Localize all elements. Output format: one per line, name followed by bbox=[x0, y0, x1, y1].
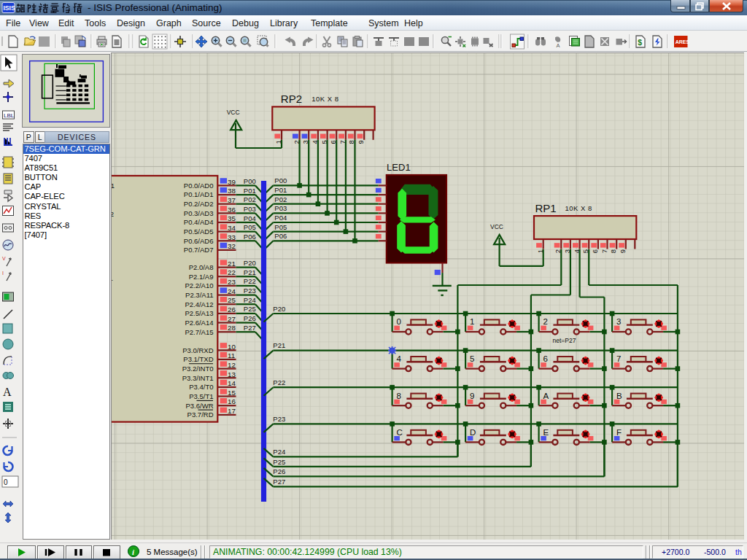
svg-text:1: 1 bbox=[112, 182, 115, 190]
svg-text:P23: P23 bbox=[244, 287, 256, 295]
svg-text:- ISIS Professional (Animating: - ISIS Professional (Animating) bbox=[88, 2, 222, 13]
svg-text:P05: P05 bbox=[274, 223, 287, 231]
svg-text:P2.0/A8: P2.0/A8 bbox=[189, 263, 214, 271]
svg-text:P24: P24 bbox=[273, 448, 285, 456]
svg-text:8: 8 bbox=[396, 392, 400, 400]
svg-text:16: 16 bbox=[228, 397, 236, 405]
svg-text:34: 34 bbox=[228, 224, 236, 232]
svg-text:E: E bbox=[543, 428, 549, 437]
svg-text:P3.3/INT1: P3.3/INT1 bbox=[182, 374, 214, 382]
svg-text:RP2: RP2 bbox=[281, 93, 302, 105]
svg-text:17: 17 bbox=[228, 407, 236, 415]
svg-text:P0.5/AD5: P0.5/AD5 bbox=[184, 228, 214, 236]
svg-text:F: F bbox=[616, 428, 622, 437]
svg-text:ARES: ARES bbox=[676, 39, 690, 44]
svg-text:9: 9 bbox=[470, 392, 474, 400]
svg-text:38: 38 bbox=[228, 187, 236, 195]
svg-text:24: 24 bbox=[228, 287, 236, 295]
svg-text:27: 27 bbox=[228, 315, 236, 323]
svg-text:2: 2 bbox=[112, 210, 114, 218]
svg-text:10K X 8: 10K X 8 bbox=[565, 204, 592, 212]
svg-text:P3.4/T0: P3.4/T0 bbox=[189, 383, 213, 391]
svg-text:P2.3/A11: P2.3/A11 bbox=[185, 291, 213, 299]
svg-text:P03: P03 bbox=[244, 205, 256, 213]
svg-text:P22: P22 bbox=[273, 378, 285, 386]
svg-text:10K X 8: 10K X 8 bbox=[311, 95, 338, 103]
svg-text:9: 9 bbox=[357, 140, 365, 144]
svg-text:P05: P05 bbox=[244, 223, 256, 231]
svg-text:P01: P01 bbox=[244, 187, 256, 195]
svg-text:ISIS: ISIS bbox=[4, 4, 15, 12]
svg-text:LED1: LED1 bbox=[387, 162, 411, 173]
svg-text:7: 7 bbox=[600, 249, 608, 253]
svg-text:P0.3/AD3: P0.3/AD3 bbox=[184, 209, 214, 217]
svg-text:P20: P20 bbox=[244, 259, 256, 267]
svg-text:P2.1/A9: P2.1/A9 bbox=[189, 273, 214, 281]
svg-text:3: 3 bbox=[616, 317, 621, 326]
svg-text:28: 28 bbox=[228, 324, 236, 332]
svg-text:P04: P04 bbox=[244, 214, 256, 222]
svg-text:P3.1/TXD: P3.1/TXD bbox=[183, 355, 213, 363]
svg-text:P26: P26 bbox=[244, 314, 256, 322]
svg-text:13: 13 bbox=[228, 370, 236, 378]
svg-text:P02: P02 bbox=[274, 195, 287, 203]
svg-text:P3.2/INT0: P3.2/INT0 bbox=[182, 365, 214, 373]
svg-text:22: 22 bbox=[228, 268, 236, 276]
svg-text:D: D bbox=[470, 428, 476, 437]
svg-text:P22: P22 bbox=[244, 277, 256, 285]
svg-text:A: A bbox=[557, 42, 560, 49]
svg-text:P2.4/A12: P2.4/A12 bbox=[185, 300, 213, 308]
svg-text:6: 6 bbox=[543, 354, 547, 363]
svg-text:0: 0 bbox=[396, 317, 400, 326]
svg-text:VCC: VCC bbox=[227, 109, 240, 116]
svg-text:RP1: RP1 bbox=[535, 202, 557, 214]
svg-text:1: 1 bbox=[470, 317, 474, 326]
svg-text:9: 9 bbox=[619, 249, 627, 253]
svg-text:V: V bbox=[2, 256, 6, 261]
svg-text:C: C bbox=[396, 428, 402, 437]
svg-text:P27: P27 bbox=[273, 478, 285, 486]
svg-text:P2.5/A13: P2.5/A13 bbox=[185, 309, 213, 317]
svg-text:P06: P06 bbox=[244, 233, 256, 241]
svg-text:12: 12 bbox=[228, 361, 236, 369]
svg-text:P2.2/A10: P2.2/A10 bbox=[185, 281, 213, 289]
svg-text:25: 25 bbox=[228, 296, 236, 304]
svg-text:11: 11 bbox=[228, 351, 235, 359]
svg-text:P0.7/AD7: P0.7/AD7 bbox=[184, 246, 214, 254]
svg-text:P0.0/AD0: P0.0/AD0 bbox=[184, 182, 214, 190]
svg-text:P25: P25 bbox=[273, 458, 285, 466]
svg-text:P24: P24 bbox=[244, 296, 256, 304]
svg-text:P3.5/T1: P3.5/T1 bbox=[189, 392, 213, 400]
svg-text:P20: P20 bbox=[273, 305, 285, 313]
svg-text:P2.6/A14: P2.6/A14 bbox=[185, 319, 213, 327]
svg-text:A: A bbox=[543, 392, 549, 400]
svg-text:P3.0/RXD: P3.0/RXD bbox=[182, 346, 213, 354]
svg-text:P3.7/RD: P3.7/RD bbox=[187, 411, 214, 419]
svg-text:B: B bbox=[616, 392, 622, 400]
svg-text:8: 8 bbox=[609, 249, 617, 253]
svg-text:LBL: LBL bbox=[4, 112, 15, 119]
svg-text:P21: P21 bbox=[273, 341, 285, 349]
svg-text:P0.1/AD1: P0.1/AD1 bbox=[184, 190, 214, 198]
svg-text:5: 5 bbox=[470, 354, 474, 363]
svg-text:15: 15 bbox=[228, 389, 236, 397]
svg-text:7: 7 bbox=[616, 354, 621, 363]
svg-text:P21: P21 bbox=[244, 268, 256, 276]
svg-text:4: 4 bbox=[396, 354, 401, 363]
svg-text:$: $ bbox=[638, 38, 642, 47]
svg-text:P3.6/WR: P3.6/WR bbox=[185, 402, 213, 410]
svg-text:P02: P02 bbox=[244, 195, 256, 203]
svg-text:A: A bbox=[3, 386, 12, 398]
svg-text:P00: P00 bbox=[274, 176, 287, 184]
svg-text:39: 39 bbox=[228, 178, 236, 186]
svg-text:I: I bbox=[2, 271, 4, 276]
svg-text:10: 10 bbox=[228, 343, 236, 351]
svg-text:net=P27: net=P27 bbox=[553, 337, 576, 344]
svg-text:P0.6/AD6: P0.6/AD6 bbox=[184, 237, 214, 245]
svg-text:0: 0 bbox=[4, 478, 8, 486]
svg-text:32: 32 bbox=[228, 242, 236, 250]
svg-text:P0.4/AD4: P0.4/AD4 bbox=[184, 218, 214, 226]
svg-text:P23: P23 bbox=[273, 415, 285, 423]
svg-text:36: 36 bbox=[228, 206, 236, 214]
svg-text:P00: P00 bbox=[244, 177, 256, 185]
